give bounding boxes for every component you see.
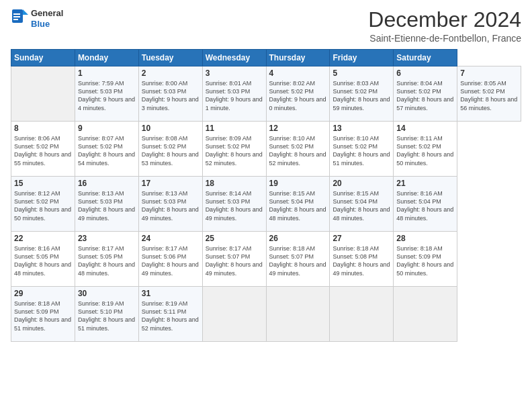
day-number: 21 bbox=[396, 179, 454, 188]
calendar-day-cell: 16Sunrise: 8:13 AMSunset: 5:03 PMDayligh… bbox=[75, 177, 138, 232]
day-info: Sunrise: 8:17 AMSunset: 5:05 PMDaylight:… bbox=[78, 244, 136, 277]
calendar-day-cell: 14Sunrise: 8:11 AMSunset: 5:02 PMDayligh… bbox=[394, 122, 457, 177]
page: General Blue December 2024 Saint-Etienne… bbox=[0, 0, 532, 411]
calendar-day-cell: 13Sunrise: 8:10 AMSunset: 5:02 PMDayligh… bbox=[330, 122, 394, 177]
day-info: Sunrise: 8:09 AMSunset: 5:02 PMDaylight:… bbox=[206, 134, 263, 167]
calendar-day-cell: 29Sunrise: 8:18 AMSunset: 5:09 PMDayligh… bbox=[11, 287, 75, 342]
day-info: Sunrise: 8:19 AMSunset: 5:11 PMDaylight:… bbox=[142, 300, 200, 332]
day-info: Sunrise: 8:03 AMSunset: 5:02 PMDaylight:… bbox=[332, 79, 390, 112]
weekday-header: Wednesday bbox=[202, 50, 266, 66]
day-info: Sunrise: 8:13 AMSunset: 5:03 PMDaylight:… bbox=[78, 189, 136, 222]
day-number: 24 bbox=[142, 234, 200, 243]
calendar-day-cell: 30Sunrise: 8:19 AMSunset: 5:10 PMDayligh… bbox=[75, 287, 138, 342]
day-info: Sunrise: 8:11 AMSunset: 5:02 PMDaylight:… bbox=[396, 134, 454, 167]
day-info: Sunrise: 8:12 AMSunset: 5:02 PMDaylight:… bbox=[14, 189, 72, 222]
weekday-header: Sunday bbox=[11, 50, 75, 66]
calendar-day-cell: 1Sunrise: 7:59 AMSunset: 5:03 PMDaylight… bbox=[75, 66, 138, 122]
calendar-day-cell: 25Sunrise: 8:17 AMSunset: 5:07 PMDayligh… bbox=[202, 232, 266, 287]
day-info: Sunrise: 8:02 AMSunset: 5:02 PMDaylight:… bbox=[269, 79, 327, 112]
page-title: December 2024 bbox=[368, 8, 521, 32]
day-info: Sunrise: 8:14 AMSunset: 5:03 PMDaylight:… bbox=[206, 189, 263, 222]
calendar-day-cell: 2Sunrise: 8:00 AMSunset: 5:03 PMDaylight… bbox=[138, 66, 202, 122]
calendar-day-cell: 6Sunrise: 8:04 AMSunset: 5:02 PMDaylight… bbox=[394, 66, 457, 122]
day-info: Sunrise: 8:01 AMSunset: 5:03 PMDaylight:… bbox=[206, 79, 263, 112]
logo-text: General Blue bbox=[31, 8, 63, 29]
day-number: 22 bbox=[14, 234, 72, 243]
svg-marker-1 bbox=[23, 9, 28, 15]
day-number: 11 bbox=[206, 124, 263, 133]
calendar-day-cell: 21Sunrise: 8:16 AMSunset: 5:04 PMDayligh… bbox=[394, 177, 457, 232]
day-info: Sunrise: 8:18 AMSunset: 5:07 PMDaylight:… bbox=[269, 244, 327, 277]
day-info: Sunrise: 8:05 AMSunset: 5:02 PMDaylight:… bbox=[460, 79, 518, 112]
header: General Blue December 2024 Saint-Etienne… bbox=[11, 8, 521, 44]
calendar-day-cell: 3Sunrise: 8:01 AMSunset: 5:03 PMDaylight… bbox=[202, 66, 266, 122]
calendar-day-cell: 15Sunrise: 8:12 AMSunset: 5:02 PMDayligh… bbox=[11, 177, 75, 232]
calendar-week-row: 1Sunrise: 7:59 AMSunset: 5:03 PMDaylight… bbox=[11, 66, 521, 122]
day-number: 10 bbox=[142, 124, 200, 133]
day-info: Sunrise: 7:59 AMSunset: 5:03 PMDaylight:… bbox=[78, 79, 136, 112]
calendar-day-cell bbox=[202, 287, 266, 342]
calendar-day-cell: 19Sunrise: 8:15 AMSunset: 5:04 PMDayligh… bbox=[266, 177, 330, 232]
day-number: 3 bbox=[206, 68, 263, 78]
day-number: 15 bbox=[14, 179, 72, 188]
day-info: Sunrise: 8:10 AMSunset: 5:02 PMDaylight:… bbox=[332, 134, 390, 167]
day-number: 13 bbox=[332, 124, 390, 133]
calendar-day-cell: 11Sunrise: 8:09 AMSunset: 5:02 PMDayligh… bbox=[202, 122, 266, 177]
weekday-header: Tuesday bbox=[138, 50, 202, 66]
weekday-header: Monday bbox=[75, 50, 138, 66]
calendar-day-cell: 27Sunrise: 8:18 AMSunset: 5:08 PMDayligh… bbox=[330, 232, 394, 287]
day-number: 12 bbox=[269, 124, 327, 133]
day-number: 31 bbox=[142, 289, 200, 298]
day-number: 5 bbox=[332, 68, 390, 78]
calendar-day-cell bbox=[266, 287, 330, 342]
svg-rect-2 bbox=[13, 13, 20, 15]
day-number: 26 bbox=[269, 234, 327, 243]
day-number: 20 bbox=[332, 179, 390, 188]
day-number: 28 bbox=[396, 234, 454, 243]
weekday-header: Thursday bbox=[266, 50, 330, 66]
logo-icon bbox=[11, 8, 30, 30]
calendar-day-cell: 12Sunrise: 8:10 AMSunset: 5:02 PMDayligh… bbox=[266, 122, 330, 177]
calendar-day-cell: 9Sunrise: 8:07 AMSunset: 5:02 PMDaylight… bbox=[75, 122, 138, 177]
calendar-day-cell: 20Sunrise: 8:15 AMSunset: 5:04 PMDayligh… bbox=[330, 177, 394, 232]
calendar-week-row: 15Sunrise: 8:12 AMSunset: 5:02 PMDayligh… bbox=[11, 177, 521, 232]
day-number: 17 bbox=[142, 179, 200, 188]
calendar-day-cell: 26Sunrise: 8:18 AMSunset: 5:07 PMDayligh… bbox=[266, 232, 330, 287]
calendar-day-cell: 23Sunrise: 8:17 AMSunset: 5:05 PMDayligh… bbox=[75, 232, 138, 287]
day-info: Sunrise: 8:04 AMSunset: 5:02 PMDaylight:… bbox=[396, 79, 454, 112]
day-number: 9 bbox=[78, 124, 136, 133]
day-info: Sunrise: 8:16 AMSunset: 5:05 PMDaylight:… bbox=[14, 244, 72, 277]
day-info: Sunrise: 8:17 AMSunset: 5:07 PMDaylight:… bbox=[206, 244, 263, 277]
calendar-day-cell: 18Sunrise: 8:14 AMSunset: 5:03 PMDayligh… bbox=[202, 177, 266, 232]
empty-cell bbox=[11, 66, 75, 122]
calendar-body: 1Sunrise: 7:59 AMSunset: 5:03 PMDaylight… bbox=[11, 66, 521, 342]
day-number: 14 bbox=[396, 124, 454, 133]
day-number: 23 bbox=[78, 234, 136, 243]
day-info: Sunrise: 8:13 AMSunset: 5:03 PMDaylight:… bbox=[142, 189, 200, 222]
calendar-day-cell: 31Sunrise: 8:19 AMSunset: 5:11 PMDayligh… bbox=[138, 287, 202, 342]
svg-rect-3 bbox=[13, 16, 20, 17]
calendar-day-cell: 10Sunrise: 8:08 AMSunset: 5:02 PMDayligh… bbox=[138, 122, 202, 177]
day-number: 25 bbox=[206, 234, 263, 243]
svg-rect-4 bbox=[13, 19, 18, 20]
day-info: Sunrise: 8:00 AMSunset: 5:03 PMDaylight:… bbox=[142, 79, 200, 112]
day-number: 6 bbox=[396, 68, 454, 78]
day-info: Sunrise: 8:08 AMSunset: 5:02 PMDaylight:… bbox=[142, 134, 200, 167]
calendar-day-cell bbox=[330, 287, 394, 342]
calendar-week-row: 22Sunrise: 8:16 AMSunset: 5:05 PMDayligh… bbox=[11, 232, 521, 287]
weekday-header: Saturday bbox=[394, 50, 457, 66]
calendar-week-row: 8Sunrise: 8:06 AMSunset: 5:02 PMDaylight… bbox=[11, 122, 521, 177]
calendar-day-cell: 5Sunrise: 8:03 AMSunset: 5:02 PMDaylight… bbox=[330, 66, 394, 122]
day-info: Sunrise: 8:18 AMSunset: 5:09 PMDaylight:… bbox=[396, 244, 454, 277]
calendar-day-cell: 17Sunrise: 8:13 AMSunset: 5:03 PMDayligh… bbox=[138, 177, 202, 232]
day-info: Sunrise: 8:10 AMSunset: 5:02 PMDaylight:… bbox=[269, 134, 327, 167]
day-info: Sunrise: 8:06 AMSunset: 5:02 PMDaylight:… bbox=[14, 134, 72, 167]
day-number: 27 bbox=[332, 234, 390, 243]
title-block: December 2024 Saint-Etienne-de-Fontbello… bbox=[368, 8, 521, 44]
day-info: Sunrise: 8:18 AMSunset: 5:08 PMDaylight:… bbox=[332, 244, 390, 277]
calendar-day-cell: 24Sunrise: 8:17 AMSunset: 5:06 PMDayligh… bbox=[138, 232, 202, 287]
day-number: 2 bbox=[142, 68, 200, 78]
calendar-day-cell: 7Sunrise: 8:05 AMSunset: 5:02 PMDaylight… bbox=[457, 66, 521, 122]
page-subtitle: Saint-Etienne-de-Fontbellon, France bbox=[368, 33, 521, 44]
day-number: 29 bbox=[14, 289, 72, 298]
